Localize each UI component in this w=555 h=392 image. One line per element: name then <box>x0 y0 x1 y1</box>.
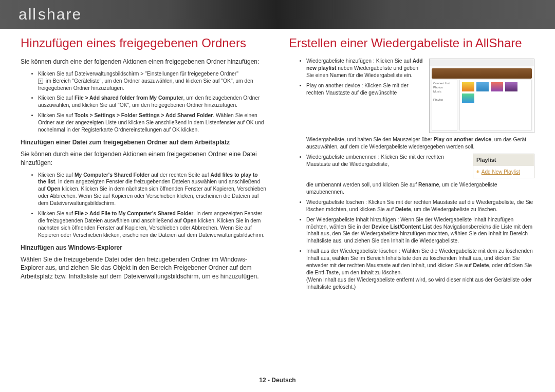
list-item: Klicken Sie auf My Computer's Shared Fol… <box>38 172 266 207</box>
page-content: Hinzufügen eines freigegebenen Ordners S… <box>0 29 555 294</box>
list-item: Klicken Sie auf File > Add shared folder… <box>38 95 266 109</box>
left-list2: Klicken Sie auf My Computer's Shared Fol… <box>24 172 266 239</box>
right-column: Erstellen einer Wiedergabeliste in AllSh… <box>289 36 534 294</box>
right-list: Content ListPhotosMusicPlaylist Wiederga… <box>292 58 534 291</box>
left-intro: Sie können durch eine der folgenden Akti… <box>21 58 266 66</box>
playlist-widget: Playlist +Add New Playlist <box>473 154 534 178</box>
right-title: Erstellen einer Wiedergabeliste in AllSh… <box>289 36 534 50</box>
subheading: Hinzufügen aus Windows-Explorer <box>21 244 266 251</box>
list-item: Content ListPhotosMusicPlaylist Wiederga… <box>306 58 534 79</box>
playlist-header: Playlist <box>473 154 534 166</box>
left-column: Hinzufügen eines freigegebenen Ordners S… <box>21 36 266 294</box>
add-playlist-row[interactable]: +Add New Playlist <box>473 166 534 178</box>
left-p2: Wählen Sie die freizugebende Datei oder … <box>21 255 266 281</box>
left-title: Hinzufügen eines freigegebenen Ordners <box>21 36 266 50</box>
header-bar: allshare <box>0 0 555 29</box>
left-intro2: Sie können durch eine der folgenden Akti… <box>21 150 266 167</box>
list-item: Klicken Sie auf File > Add File to My Co… <box>38 210 266 239</box>
plus-icon: + <box>476 169 479 176</box>
list-item: Der Wiedergabeliste Inhalt hinzufügen : … <box>306 216 534 245</box>
list-item: Wiedergabeliste löschen : Klicken Sie mi… <box>306 199 534 213</box>
list-item: Klicken Sie auf Tools > Settings > Folde… <box>38 112 266 134</box>
list-item: Playlist +Add New Playlist Wiedergabelis… <box>306 154 534 196</box>
list-item: Klicken Sie auf Dateiverwaltungsbildschi… <box>38 70 266 92</box>
plus-icon: + <box>38 79 43 84</box>
logo: allshare <box>18 6 83 23</box>
page-footer: 12 - Deutsch <box>0 377 555 384</box>
left-list1: Klicken Sie auf Dateiverwaltungsbildschi… <box>24 70 266 134</box>
list-item: Inhalt aus der Wiedergabeliste löschen :… <box>306 248 534 290</box>
subheading: Hinzufügen einer Datei zum freigegebenen… <box>21 139 266 146</box>
app-screenshot: Content ListPhotosMusicPlaylist <box>429 59 534 133</box>
